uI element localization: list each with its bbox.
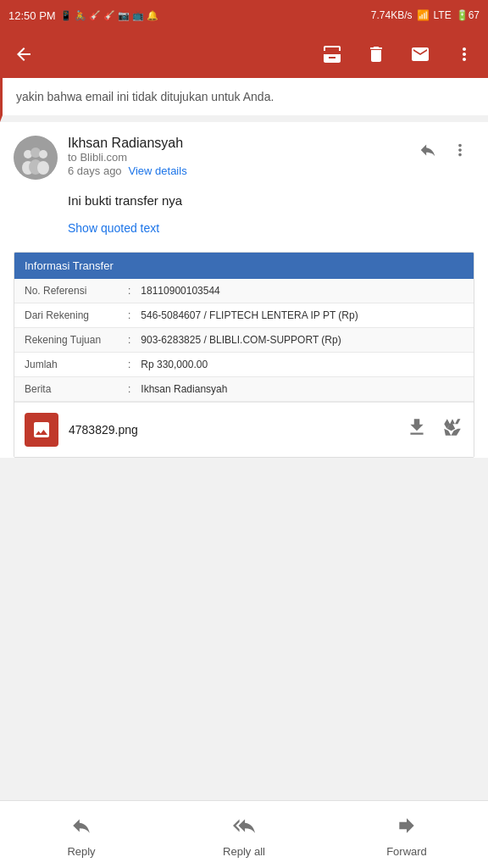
email-actions xyxy=(413,136,474,169)
status-signal: 📶 xyxy=(417,9,430,21)
transfer-label-4: Berita xyxy=(14,377,125,401)
transfer-value-3: Rp 330,000.00 xyxy=(134,353,474,376)
mark-unread-button[interactable] xyxy=(403,37,437,71)
quoted-top-section: yakin bahwa email ini tidak ditujukan un… xyxy=(0,78,488,122)
transfer-value-0: 18110900103544 xyxy=(134,279,474,303)
view-details-link[interactable]: View details xyxy=(129,164,187,177)
forward-icon xyxy=(396,815,418,842)
attachment-filename: 4783829.png xyxy=(69,423,396,437)
email-more-button[interactable] xyxy=(446,136,474,169)
email-to: to Blibli.com xyxy=(68,151,403,164)
bottom-action-bar: Reply Reply all Forward xyxy=(0,800,488,868)
svg-point-5 xyxy=(39,150,47,159)
more-options-button[interactable] xyxy=(447,37,481,71)
archive-button[interactable] xyxy=(315,37,349,71)
reply-all-label: Reply all xyxy=(223,845,265,858)
svg-point-3 xyxy=(30,147,41,158)
status-time: 12:50 PM xyxy=(8,9,56,22)
status-right-area: 7.74KB/s 📶 LTE 🔋67 xyxy=(371,9,480,21)
transfer-value-4: Ikhsan Radiansyah xyxy=(134,377,474,401)
back-button[interactable] xyxy=(7,37,41,71)
app-bar xyxy=(0,31,488,78)
email-body: Ini bukti transfer nya xyxy=(0,193,488,214)
transfer-value-1: 546-5084607 / FLIPTECH LENTERA IP PT (Rp… xyxy=(134,303,474,327)
forward-label: Forward xyxy=(386,845,427,858)
transfer-table: Informasi Transfer No. Referensi : 18110… xyxy=(14,252,474,458)
transfer-table-header: Informasi Transfer xyxy=(14,253,474,279)
transfer-row-3: Jumlah : Rp 330,000.00 xyxy=(14,353,474,377)
email-header: Ikhsan Radiansyah to Blibli.com 6 days a… xyxy=(0,122,488,193)
attachment-thumbnail xyxy=(25,413,58,447)
status-time-area: 12:50 PM 📱 🚴 🎸 🎸 📷 📺 🔔 xyxy=(8,9,158,22)
transfer-label-0: No. Referensi xyxy=(14,279,125,303)
reply-icon xyxy=(70,815,92,842)
transfer-label-2: Rekening Tujuan xyxy=(14,328,125,352)
avatar xyxy=(14,136,58,180)
email-time: 6 days ago xyxy=(68,164,122,177)
quoted-top-text: yakin bahwa email ini tidak ditujukan un… xyxy=(16,90,274,103)
transfer-label-3: Jumlah xyxy=(14,353,125,376)
email-card: Ikhsan Radiansyah to Blibli.com 6 days a… xyxy=(0,122,488,458)
svg-point-6 xyxy=(37,161,49,175)
show-quoted-button[interactable]: Show quoted text xyxy=(0,214,488,252)
attachment-row: 4783829.png xyxy=(14,402,474,457)
sender-name: Ikhsan Radiansyah xyxy=(68,136,403,151)
email-body-text: Ini bukti transfer nya xyxy=(68,193,182,208)
transfer-label-1: Dari Rekening xyxy=(14,303,125,327)
drive-save-icon[interactable] xyxy=(441,416,463,443)
transfer-row-0: No. Referensi : 18110900103544 xyxy=(14,279,474,303)
attachment-actions xyxy=(406,416,463,443)
download-icon[interactable] xyxy=(406,416,428,443)
forward-button[interactable]: Forward xyxy=(325,808,488,865)
reply-all-icon xyxy=(233,815,255,842)
status-speed: 7.74KB/s xyxy=(371,9,413,21)
status-icons: 📱 🚴 🎸 🎸 📷 📺 🔔 xyxy=(60,10,158,21)
status-bar: 12:50 PM 📱 🚴 🎸 🎸 📷 📺 🔔 7.74KB/s 📶 LTE 🔋6… xyxy=(0,0,488,31)
transfer-value-2: 903-6283825 / BLIBLI.COM-SUPPORT (Rp) xyxy=(134,328,474,352)
delete-button[interactable] xyxy=(359,37,393,71)
reply-button[interactable]: Reply xyxy=(0,808,163,865)
transfer-row-4: Berita : Ikhsan Radiansyah xyxy=(14,377,474,402)
transfer-row-2: Rekening Tujuan : 903-6283825 / BLIBLI.C… xyxy=(14,328,474,353)
status-lte: LTE xyxy=(434,9,452,21)
reply-label: Reply xyxy=(67,845,95,858)
reply-quick-button[interactable] xyxy=(413,136,442,169)
reply-all-button[interactable]: Reply all xyxy=(163,808,325,865)
email-time-row: 6 days ago View details xyxy=(68,164,403,177)
transfer-row-1: Dari Rekening : 546-5084607 / FLIPTECH L… xyxy=(14,303,474,328)
email-info: Ikhsan Radiansyah to Blibli.com 6 days a… xyxy=(68,136,403,177)
status-battery: 🔋67 xyxy=(456,9,480,21)
